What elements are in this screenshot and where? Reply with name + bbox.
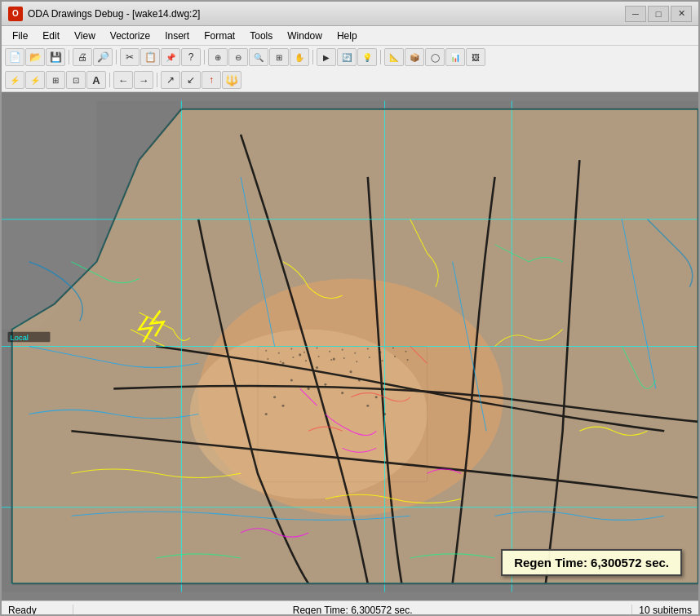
svg-point-49: [369, 357, 370, 358]
title-bar: O ODA Drawings Debug - [wake14.dwg:2] ─ …: [2, 2, 698, 26]
tb-paste[interactable]: 📌: [161, 48, 180, 66]
svg-point-19: [324, 383, 326, 386]
tb-save[interactable]: 💾: [46, 48, 65, 66]
svg-point-35: [342, 349, 343, 351]
tb-arrow-sw[interactable]: ↙: [181, 71, 201, 89]
menu-view[interactable]: View: [67, 28, 103, 44]
map-svg: Local: [2, 92, 698, 600]
svg-point-44: [305, 360, 307, 361]
svg-point-17: [290, 379, 293, 381]
status-bar: Ready Regen Time: 6,300572 sec. 10 subit…: [2, 600, 698, 616]
svg-point-27: [383, 413, 386, 415]
svg-point-15: [333, 358, 335, 361]
tb-zoom-realtime[interactable]: ✋: [290, 48, 309, 66]
tb-print-preview[interactable]: 🔎: [93, 48, 113, 66]
svg-point-20: [341, 392, 343, 394]
svg-point-12: [281, 362, 284, 365]
svg-point-31: [290, 348, 292, 350]
svg-point-22: [273, 396, 276, 398]
main-area: Local Regen Time: 6,300572 sec.: [2, 92, 698, 600]
tb-arrow-up[interactable]: ↑: [202, 71, 221, 89]
svg-point-26: [265, 413, 268, 415]
svg-point-23: [375, 396, 378, 398]
svg-point-51: [394, 356, 396, 357]
tb-grid[interactable]: ⊞: [46, 71, 65, 89]
toolbar-container: 📄 📂 💾 🖨 🔎 ✂ 📋 📌 ? ⊕ ⊖ 🔍 ⊞ ✋ ▶ 🔄 💡 📐 📦 ◯ …: [2, 46, 698, 92]
close-button[interactable]: ✕: [671, 6, 692, 22]
tb-zoom-in[interactable]: ⊕: [208, 48, 228, 66]
toolbar-separator-7: [157, 73, 157, 87]
svg-point-24: [281, 405, 284, 407]
tb-model[interactable]: 📐: [384, 48, 404, 66]
tb-box[interactable]: 📦: [405, 48, 424, 66]
tb-chart[interactable]: 📊: [445, 48, 465, 66]
svg-text:Local: Local: [11, 334, 29, 342]
tb-view3d[interactable]: ▶: [317, 48, 336, 66]
tb-snap2[interactable]: ⚡: [25, 71, 45, 89]
tb-ortho[interactable]: ⊡: [66, 71, 86, 89]
menu-insert[interactable]: Insert: [157, 28, 197, 44]
window-controls: ─ □ ✕: [625, 6, 692, 22]
tb-copy[interactable]: 📋: [140, 48, 160, 66]
tb-open[interactable]: 📂: [25, 48, 45, 66]
tb-cut[interactable]: ✂: [120, 48, 140, 66]
status-ready: Ready: [8, 605, 73, 616]
toolbar-separator-4: [312, 50, 313, 64]
tb-circle[interactable]: ◯: [425, 48, 445, 66]
toolbar-separator-1: [69, 50, 69, 64]
tb-text[interactable]: A: [86, 71, 106, 89]
tb-help[interactable]: ?: [181, 48, 201, 66]
tb-arrow-ne[interactable]: ↗: [161, 71, 180, 89]
app-icon: O: [8, 7, 23, 21]
svg-point-14: [316, 366, 318, 369]
tb-new[interactable]: 📄: [5, 48, 24, 66]
tb-undo[interactable]: ←: [113, 71, 133, 89]
svg-point-43: [292, 357, 294, 358]
menu-vectorize[interactable]: Vectorize: [103, 28, 157, 44]
menu-file[interactable]: File: [5, 28, 35, 44]
title-text: ODA Drawings Debug - [wake14.dwg:2]: [28, 8, 625, 20]
svg-point-45: [318, 356, 320, 357]
status-subitems: 10 subitems: [631, 605, 692, 616]
regen-time-text: Regen Time: 6,300572 sec.: [514, 556, 669, 569]
toolbar-row-2: ⚡ ⚡ ⊞ ⊡ A ← → ↗ ↙ ↑ 🔱: [2, 69, 698, 91]
tb-print[interactable]: 🖨: [73, 48, 92, 66]
tb-zoom-window[interactable]: 🔍: [249, 48, 268, 66]
menu-format[interactable]: Format: [197, 28, 242, 44]
menu-help[interactable]: Help: [330, 28, 365, 44]
svg-point-46: [330, 359, 332, 361]
tb-redo[interactable]: →: [134, 71, 153, 89]
toolbar-separator-2: [116, 50, 117, 64]
menu-bar: File Edit View Vectorize Insert Format T…: [2, 26, 698, 46]
tb-trident[interactable]: 🔱: [222, 71, 241, 89]
toolbar-separator-3: [204, 50, 205, 64]
svg-point-47: [343, 357, 345, 359]
svg-point-29: [265, 350, 267, 352]
svg-point-18: [308, 388, 310, 390]
svg-point-16: [349, 370, 352, 373]
status-regen-time: Regen Time: 6,300572 sec.: [80, 605, 625, 616]
toolbar-row-1: 📄 📂 💾 🖨 🔎 ✂ 📋 📌 ? ⊕ ⊖ 🔍 ⊞ ✋ ▶ 🔄 💡 📐 📦 ◯ …: [2, 46, 698, 69]
drawing-area[interactable]: Local Regen Time: 6,300572 sec.: [2, 92, 698, 600]
svg-point-21: [358, 379, 361, 381]
tb-frame[interactable]: 🖼: [466, 48, 485, 66]
toolbar-separator-5: [380, 50, 381, 64]
map-canvas: Local: [2, 92, 698, 600]
tb-orbit[interactable]: 🔄: [337, 48, 357, 66]
svg-point-52: [407, 359, 409, 361]
maximize-button[interactable]: □: [648, 6, 669, 22]
menu-edit[interactable]: Edit: [35, 28, 67, 44]
regen-time-overlay: Regen Time: 6,300572 sec.: [501, 549, 682, 576]
menu-window[interactable]: Window: [280, 28, 330, 44]
svg-point-32: [303, 352, 305, 353]
minimize-button[interactable]: ─: [625, 6, 646, 22]
tb-render[interactable]: 💡: [357, 48, 377, 66]
svg-point-39: [392, 348, 394, 349]
svg-point-34: [329, 351, 330, 352]
tb-zoom-out[interactable]: ⊖: [228, 48, 248, 66]
svg-point-13: [299, 353, 301, 356]
svg-point-50: [381, 360, 383, 361]
tb-zoom-extents[interactable]: ⊞: [269, 48, 289, 66]
menu-tools[interactable]: Tools: [242, 28, 280, 44]
tb-snap[interactable]: ⚡: [5, 71, 24, 89]
